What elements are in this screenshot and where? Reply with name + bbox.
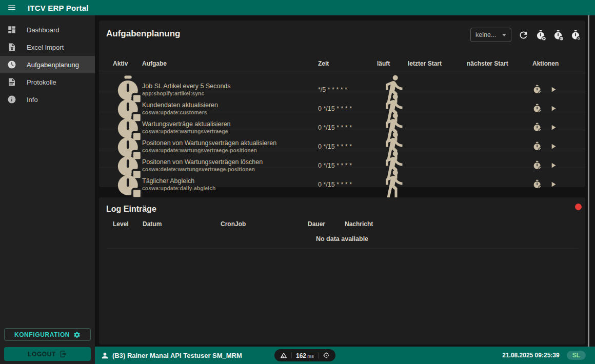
run-task-icon[interactable] [549,180,558,189]
log-panel-title: Log Einträge [106,205,156,213]
refresh-icon[interactable] [518,29,529,41]
sidebar-item-info[interactable]: Info [0,91,95,108]
col-letzter-start: letzter Start [408,60,467,67]
task-cron: 0 */15 * * * * [318,105,377,112]
run-task-icon[interactable] [549,123,558,132]
konfiguration-button[interactable]: KONFIGURATION [4,328,91,341]
task-cron: 0 */15 * * * * [318,181,377,188]
status-bar: (B3) Rainer Manal API Testuser SM_MRM 16… [95,347,595,364]
col-level: Level [113,220,143,228]
timer-edit-icon[interactable] [532,123,542,132]
clock-icon [7,60,16,69]
user-name: (B3) Rainer Manal API Testuser SM_MRM [112,352,242,359]
task-name: Job SL Artikel every 5 Seconds [142,83,318,90]
task-name: Wartungsverträge aktualisieren [142,120,318,128]
timer-pause-icon[interactable] [552,29,564,41]
run-task-icon[interactable] [549,85,558,94]
run-task-icon[interactable] [549,104,558,113]
latency-value: 162 [296,352,306,359]
task-command: coswa:delete:wartungsvertraege-positione… [142,166,318,173]
scrollbar-track [587,15,595,347]
task-command: coswa:update:wartungsvertraege-positione… [142,147,318,154]
pill-divider [291,352,292,358]
sidebar-item-protokolle[interactable]: Protokolle [0,73,95,91]
sidebar-item-dashboard[interactable]: Dashboard [0,21,95,38]
app-window: ITCV ERP Portal Dashboard Excel Import A… [0,0,595,364]
col-cronjob: CronJob [221,220,308,228]
logout-button[interactable]: LOGOUT [4,347,91,361]
col-aktionen: Aktionen [532,60,581,67]
log-separator [106,248,578,249]
filter-select[interactable]: keine... [470,28,511,42]
col-naechster-start: nächster Start [467,60,532,67]
user-info: (B3) Rainer Manal API Testuser SM_MRM [101,351,242,360]
gear-icon [73,331,81,338]
filter-select-value: keine... [475,31,499,38]
task-cron: */5 * * * * * [318,86,377,93]
col-nachricht: Nachricht [345,220,581,228]
scrollbar-thumb[interactable] [588,15,589,347]
run-task-icon[interactable] [549,142,558,151]
task-command: coswa:update:customers [142,109,318,116]
task-command: app:shopify:artikel:sync [142,90,318,97]
logout-icon [60,350,67,358]
menu-icon[interactable] [7,3,16,12]
task-cron: 0 */15 * * * * [318,143,377,150]
run-task-icon[interactable] [549,161,558,170]
sidebar-item-label: Protokolle [27,78,56,86]
sidebar-item-label: Aufgabenplanung [27,61,79,69]
clock-timestamp: 21.08.2025 09:25:39 [502,352,559,359]
log-table-header: Level Datum CronJob Dauer Nachricht [99,217,585,231]
recording-status-dot [575,204,582,210]
timer-edit-icon[interactable] [532,160,542,170]
task-name: Täglicher Abgleich [142,177,318,185]
app-title: ITCV ERP Portal [28,4,89,12]
task-command: coswa:update:wartungsvertraege [142,128,318,135]
task-name: Positonen von Wartungsverträgen löschen [142,158,318,166]
sidebar-item-label: Info [27,96,38,104]
col-laeuft: läuft [377,60,408,67]
col-dauer: Dauer [308,220,345,228]
sidebar-item-label: Excel Import [27,44,64,51]
col-aufgabe: Aufgabe [142,60,318,67]
task-cron: 0 */15 * * * * [318,162,377,169]
timer-edit-icon[interactable] [532,85,542,94]
document-icon [7,77,16,87]
timer-edit-icon[interactable] [532,179,542,189]
task-command: coswa:update:daily-abgleich [142,185,318,192]
top-app-bar: ITCV ERP Portal [0,0,595,15]
dashboard-icon [7,25,16,34]
tasks-panel-title: Aufgabenplanung [106,28,180,40]
tasks-panel: Aufgabenplanung keine... [99,21,585,187]
sidebar-item-label: Dashboard [27,26,60,34]
sidebar: Dashboard Excel Import Aufgabenplanung P… [0,15,95,364]
task-name: Kundendaten aktualisieren [142,102,318,109]
latency-unit: ms [307,354,314,359]
tasks-table-body: Job SL Artikel every 5 Secondsapp:shopif… [99,73,585,187]
konfiguration-button-label: KONFIGURATION [14,331,70,338]
timer-edit-icon[interactable] [532,141,542,151]
col-datum: Datum [143,220,221,228]
sidebar-item-aufgabenplanung[interactable]: Aufgabenplanung [0,56,95,73]
timer-play-icon[interactable] [535,29,546,41]
excel-file-icon [7,43,16,52]
task-name: Positonen von Wartungsverträgen aktualis… [142,139,318,147]
task-row: Job SL Artikel every 5 Secondsapp:shopif… [99,73,585,92]
logout-button-label: LOGOUT [28,351,56,358]
timer-edit-icon[interactable] [532,104,542,113]
log-empty-message: No data available [99,231,585,248]
environment-badge: SL [567,351,586,360]
performance-pill[interactable]: 162ms [274,349,335,361]
log-panel: Log Einträge Level Datum CronJob Dauer N… [99,197,585,345]
main-area: Aufgabenplanung keine... [95,15,595,364]
col-zeit: Zeit [318,60,377,67]
timer-cog-icon[interactable] [570,29,581,41]
crosshair-icon [323,352,330,359]
task-cron: 0 */15 * * * * [318,124,377,131]
pill-divider [318,352,319,358]
sidebar-item-excel-import[interactable]: Excel Import [0,38,95,56]
chevron-down-icon [502,34,506,36]
col-aktiv: Aktiv [113,60,142,67]
person-icon [101,351,109,360]
triangle-icon [280,352,287,359]
